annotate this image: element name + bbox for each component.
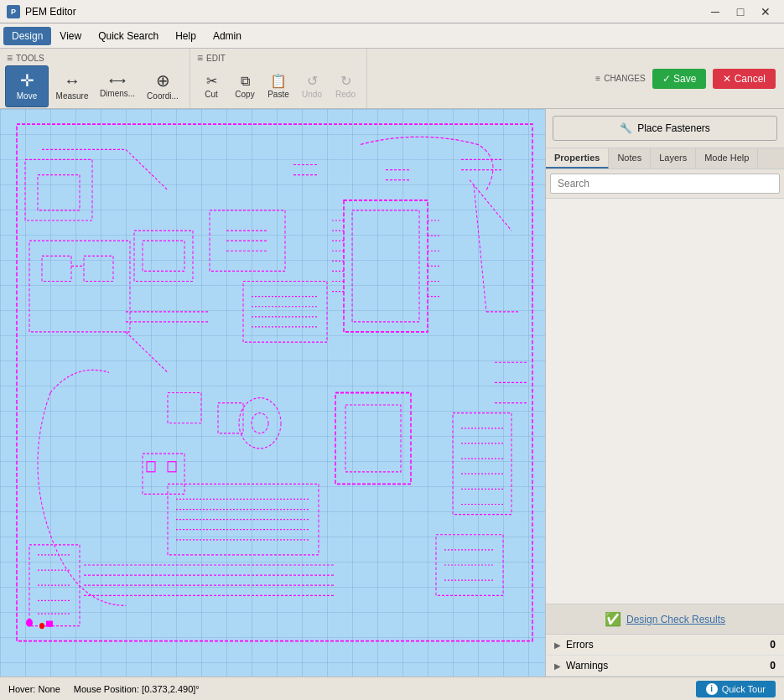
warnings-label: Warnings (566, 660, 765, 671)
errors-count: 0 (770, 639, 776, 651)
app-title: PEM Editor (25, 6, 76, 18)
app-icon: P (7, 5, 20, 18)
tab-properties[interactable]: Properties (546, 148, 609, 169)
svg-line-2 (126, 149, 168, 189)
svg-rect-32 (345, 405, 401, 472)
svg-rect-31 (335, 393, 411, 485)
svg-rect-4 (38, 175, 80, 210)
search-input[interactable] (550, 174, 780, 194)
mouse-position-label: Mouse Position: (74, 684, 139, 694)
coordinates-icon: ⊕ (156, 72, 170, 89)
measure-tool-button[interactable]: ↔ Measure (50, 65, 94, 107)
menu-bar: Design View Quick Search Help Admin (0, 23, 784, 49)
canvas-area[interactable] (0, 109, 545, 677)
warnings-collapse-arrow: ▶ (554, 661, 561, 671)
cancel-button[interactable]: ✕ Cancel (713, 69, 776, 89)
minimize-button[interactable]: ─ (704, 3, 727, 20)
design-check-header: ✅ Design Check Results (546, 604, 784, 635)
changes-section: CHANGES ✓ Save ✕ Cancel (367, 49, 784, 108)
menu-item-admin[interactable]: Admin (205, 27, 250, 45)
search-bar (546, 169, 784, 199)
errors-label: Errors (566, 639, 765, 651)
coordinates-label: Coordi... (147, 91, 179, 101)
mouse-position-section: Mouse Position: [0.373,2.490]° (74, 684, 200, 694)
measure-label: Measure (56, 91, 89, 101)
tab-layers[interactable]: Layers (651, 148, 696, 169)
toolbar-area: TOOLS ✛ Move ↔ Measure ⟷ Dimens... ⊕ Coo… (0, 49, 784, 109)
hover-value: None (38, 684, 60, 694)
save-button[interactable]: ✓ Save (652, 69, 707, 89)
right-panel: 🔧 Place Fasteners Properties Notes Layer… (545, 109, 784, 677)
redo-icon: ↻ (340, 75, 351, 88)
redo-button[interactable]: ↻ Redo (330, 65, 361, 107)
svg-point-40 (252, 413, 268, 433)
place-fasteners-button[interactable]: 🔧 Place Fasteners (553, 116, 777, 141)
edit-label: EDIT (195, 52, 361, 64)
paste-button[interactable]: 📋 Paste (262, 65, 294, 107)
undo-icon: ↺ (307, 75, 318, 88)
dimensions-icon: ⟷ (109, 75, 126, 86)
tabs-bar: Properties Notes Layers Mode Help (546, 148, 784, 169)
move-tool-button[interactable]: ✛ Move (5, 65, 49, 107)
svg-line-44 (474, 185, 486, 312)
measure-icon: ↔ (64, 72, 80, 89)
move-label: Move (17, 91, 37, 101)
redo-label: Redo (335, 90, 356, 99)
svg-rect-37 (168, 393, 201, 423)
menu-item-view[interactable]: View (51, 27, 90, 45)
svg-rect-57 (147, 462, 155, 472)
hover-label: Hover: (8, 684, 35, 694)
svg-line-55 (126, 332, 168, 372)
place-fasteners-label: Place Fasteners (637, 122, 710, 134)
quick-tour-button[interactable]: i Quick Tour (696, 681, 776, 697)
title-bar: P PEM Editor ─ □ ✕ (0, 0, 784, 23)
copy-icon: ⧉ (241, 75, 250, 88)
hover-section: Hover: None (8, 684, 60, 694)
warnings-count: 0 (770, 660, 776, 671)
main-content: 🔧 Place Fasteners Properties Notes Layer… (0, 109, 784, 677)
undo-button[interactable]: ↺ Undo (296, 65, 328, 107)
undo-label: Undo (302, 90, 322, 99)
copy-button[interactable]: ⧉ Copy (229, 65, 261, 107)
cut-button[interactable]: ✂ Cut (195, 65, 227, 107)
move-icon: ✛ (20, 72, 34, 89)
errors-row[interactable]: ▶ Errors 0 (546, 635, 784, 656)
paste-icon: 📋 (270, 75, 287, 88)
warnings-row[interactable]: ▶ Warnings 0 (546, 656, 784, 677)
changes-label: CHANGES (595, 74, 645, 83)
maximize-button[interactable]: □ (729, 3, 752, 20)
mouse-position-value: [0.373,2.490]° (142, 684, 200, 694)
place-fasteners-bar: 🔧 Place Fasteners (546, 109, 784, 148)
svg-point-69 (26, 619, 33, 627)
svg-rect-7 (84, 256, 113, 281)
fastener-icon: 🔧 (620, 122, 632, 134)
tools-section: TOOLS ✛ Move ↔ Measure ⟷ Dimens... ⊕ Coo… (0, 49, 190, 108)
quick-tour-label: Quick Tour (722, 684, 766, 694)
menu-item-quicksearch[interactable]: Quick Search (90, 27, 167, 45)
design-check-results-link[interactable]: Design Check Results (626, 614, 725, 625)
errors-collapse-arrow: ▶ (554, 640, 561, 650)
canvas-grid (0, 109, 545, 677)
svg-point-70 (39, 623, 44, 629)
svg-rect-6 (42, 256, 71, 281)
tab-notes[interactable]: Notes (609, 148, 651, 169)
panel-content (546, 199, 784, 604)
pcb-canvas (0, 109, 545, 677)
cut-icon: ✂ (206, 75, 217, 88)
menu-item-help[interactable]: Help (167, 27, 205, 45)
dimensions-label: Dimens... (100, 89, 135, 98)
coordinates-tool-button[interactable]: ⊕ Coordi... (141, 65, 184, 107)
svg-rect-10 (143, 241, 184, 271)
svg-rect-5 (29, 241, 130, 332)
paste-label: Paste (267, 90, 289, 99)
dimensions-tool-button[interactable]: ⟷ Dimens... (96, 65, 139, 107)
svg-rect-15 (344, 200, 428, 332)
svg-rect-56 (143, 454, 184, 494)
menu-item-design[interactable]: Design (3, 27, 51, 45)
status-bar: Hover: None Mouse Position: [0.373,2.490… (0, 677, 784, 700)
tab-modehelp[interactable]: Mode Help (696, 148, 758, 169)
close-button[interactable]: ✕ (754, 3, 777, 20)
svg-rect-71 (46, 621, 53, 627)
design-check-area: ✅ Design Check Results ▶ Errors 0 ▶ Warn… (546, 604, 784, 677)
edit-section: EDIT ✂ Cut ⧉ Copy 📋 Paste ↺ Undo ↻ Redo (190, 49, 367, 108)
